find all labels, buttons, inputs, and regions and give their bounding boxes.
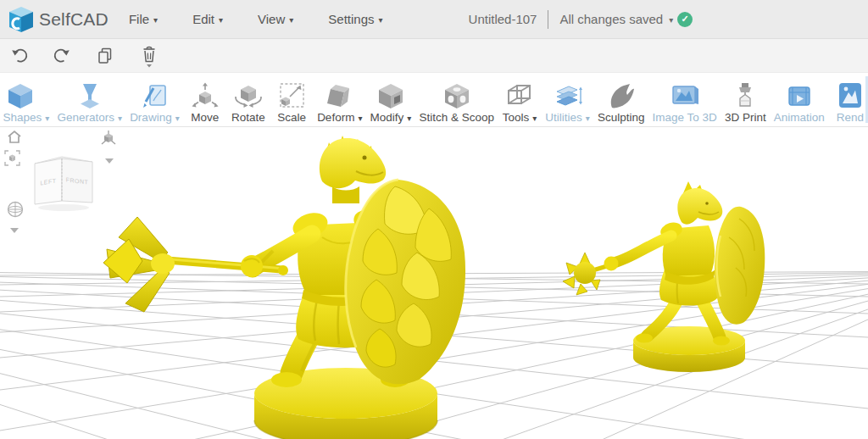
tool-label: Utilities [545, 111, 582, 124]
axis-view-button[interactable] [98, 128, 119, 152]
menu-file[interactable]: File [129, 12, 158, 26]
deform-icon [322, 81, 358, 110]
tool-tools[interactable]: Tools [502, 81, 537, 124]
image-to-3d-icon [667, 81, 703, 110]
tool-stitch-scoop[interactable]: Stitch & Scoop [419, 81, 494, 124]
tool-modify[interactable]: Modify [370, 81, 412, 124]
menu-view-label: View [258, 12, 285, 26]
zoom-to-fit-button[interactable] [4, 150, 20, 169]
tool-label: 3D Print [725, 111, 766, 124]
scale-icon [274, 81, 309, 110]
tool-label: Deform [317, 111, 354, 124]
menu-edit-label: Edit [192, 12, 214, 26]
tool-label: D Shapes [0, 111, 42, 124]
menu-bar: SelfCAD File Edit View Settings Untitled… [0, 0, 868, 39]
figurine-head-small [677, 181, 722, 225]
selfcad-logo-icon [8, 6, 34, 33]
chevron-down-icon [532, 114, 537, 123]
tool-3d-shapes[interactable]: D Shapes [0, 81, 49, 124]
menu-settings[interactable]: Settings [328, 12, 382, 26]
chevron-down-icon [175, 114, 180, 123]
redo-icon [53, 46, 71, 66]
chevron-down-icon [289, 16, 293, 25]
tool-sculpting[interactable]: Sculpting [598, 81, 645, 124]
tool-3d-print[interactable]: 3D Print [725, 81, 766, 124]
utilities-icon [549, 81, 585, 110]
tool-label: Sculpting [598, 111, 645, 124]
save-status-dropdown[interactable]: All changes saved [559, 12, 673, 26]
tool-label: Tools [503, 111, 530, 124]
mace-head [103, 217, 175, 312]
menu-settings-label: Settings [328, 12, 374, 26]
drawing-icon [136, 81, 172, 110]
miniature-figurine-large[interactable] [103, 136, 465, 439]
chevron-down-icon [358, 114, 362, 123]
tool-label: Image To 3D [653, 111, 717, 124]
home-view-button[interactable] [7, 130, 22, 147]
stitch-scoop-icon [439, 81, 475, 110]
rotate-icon [231, 81, 266, 110]
tool-label: Animation [774, 111, 825, 124]
delete-button[interactable] [139, 44, 159, 68]
divider [548, 10, 548, 29]
tool-deform[interactable]: Deform [317, 81, 362, 124]
copy-icon [95, 46, 115, 66]
tool-label: Stitch & Scoop [419, 111, 494, 124]
viewport-canvas[interactable] [0, 127, 868, 439]
main-toolbar: D Shapes Generators Drawing [0, 73, 868, 127]
saved-check-icon: ✓ [677, 12, 693, 27]
menu-view[interactable]: View [258, 12, 293, 26]
tool-generators[interactable]: Generators [57, 81, 122, 124]
chevron-down-icon [379, 16, 383, 25]
tool-label: Scale [277, 111, 306, 124]
tool-label: Modify [370, 111, 404, 124]
duplicate-button[interactable] [95, 46, 115, 66]
document-title[interactable]: Untitled-107 [469, 12, 537, 26]
orbit-dropdown-button[interactable] [10, 221, 19, 236]
chevron-down-icon [45, 114, 49, 123]
undo-icon [10, 46, 29, 66]
chevron-down-icon [10, 228, 19, 233]
view-cube-graphic: LEFT FRONT [28, 152, 101, 213]
tool-render[interactable]: Rend [832, 81, 868, 124]
tool-scale[interactable]: Scale [274, 81, 309, 124]
chevron-down-icon [586, 114, 590, 123]
redo-button[interactable] [53, 46, 71, 66]
tool-label: Rotate [231, 111, 265, 124]
quick-action-bar [0, 39, 868, 73]
frame-cube-icon [4, 150, 20, 166]
view-cube[interactable]: LEFT FRONT [28, 152, 101, 216]
save-status-label: All changes saved [559, 12, 663, 26]
tool-utilities[interactable]: Utilities [545, 81, 590, 124]
chevron-down-icon [153, 16, 158, 25]
trash-icon [139, 44, 159, 68]
tool-drawing[interactable]: Drawing [130, 81, 180, 124]
tool-label: Rend [837, 111, 864, 124]
tool-label: Drawing [130, 111, 172, 124]
app-title: SelfCAD [39, 9, 108, 30]
viewport[interactable]: LEFT FRONT [0, 127, 868, 439]
3d-shapes-icon [3, 81, 38, 110]
generators-icon [72, 81, 108, 110]
tool-image-to-3d[interactable]: Image To 3D [653, 81, 717, 124]
orbit-icon [6, 200, 25, 219]
render-icon [832, 81, 868, 110]
miniature-figurine-small[interactable] [563, 181, 765, 372]
menu-file-label: File [129, 12, 149, 26]
tool-animation[interactable]: Animation [774, 81, 825, 124]
tool-label: Move [191, 111, 219, 124]
move-icon [187, 81, 223, 110]
menu-edit[interactable]: Edit [192, 12, 223, 26]
home-icon [7, 130, 22, 144]
chevron-down-icon [219, 16, 223, 25]
animation-icon [782, 81, 817, 110]
chevron-down-icon [118, 114, 122, 123]
undo-button[interactable] [10, 46, 29, 66]
tool-move[interactable]: Move [187, 81, 223, 124]
chevron-down-icon [669, 16, 673, 25]
orbit-control-button[interactable] [6, 200, 25, 222]
sculpting-icon [604, 81, 639, 110]
axis-dropdown-button[interactable] [105, 152, 114, 167]
chevron-down-icon [105, 158, 114, 164]
tool-rotate[interactable]: Rotate [231, 81, 266, 124]
